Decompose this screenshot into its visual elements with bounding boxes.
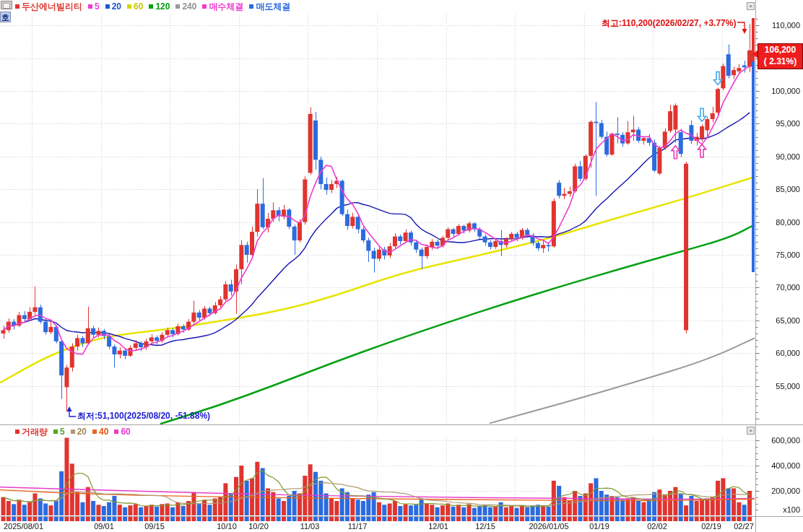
- price-pane-menu-button[interactable]: ×: [747, 2, 755, 10]
- swatch-icon: [105, 4, 110, 9]
- volume-title: 거래량: [22, 426, 48, 438]
- date-tick-label: 10/20: [248, 522, 269, 531]
- swatch-icon: [88, 4, 92, 9]
- volume-pane-menu-button[interactable]: ×: [747, 427, 755, 435]
- swatch-icon: [127, 4, 131, 9]
- period-low-annotation: 최저:51,100(2025/08/20, -51.88%): [77, 410, 210, 422]
- title-swatch-icon: [15, 4, 19, 9]
- date-tick-label: 09/15: [144, 522, 165, 531]
- volume-ma-legend-20[interactable]: 20: [71, 427, 87, 437]
- period-high-annotation: 최고:110,200(2026/02/27, +3.77%): [602, 17, 736, 30]
- hoga-button[interactable]: 호: [0, 12, 11, 22]
- price-ma-legend-20[interactable]: 20: [105, 1, 121, 13]
- price-ma-legend-매도체결[interactable]: 매도체결: [249, 1, 290, 13]
- volume-ma-legend-5[interactable]: 5: [53, 427, 65, 437]
- current-price-change: ( 2.31%): [758, 56, 802, 67]
- price-tick-label: 70,000: [758, 283, 800, 292]
- price-tick-label: 65,000: [758, 316, 800, 325]
- stock-chart-canvas[interactable]: [0, 0, 803, 532]
- date-tick-label: 2026/01/05: [529, 522, 568, 531]
- date-tick-label: 10/10: [217, 522, 237, 531]
- date-tick-label: 01/19: [589, 522, 609, 531]
- price-tick-label: 95,000: [758, 119, 800, 128]
- volume-ma-legend-40[interactable]: 40: [92, 427, 108, 437]
- price-tick-label: 110,000: [758, 21, 800, 30]
- swatch-icon: [202, 4, 207, 9]
- date-tick-label: 02/19: [701, 522, 721, 531]
- price-legend: 두산에너빌리티 52060120240매수체결매도체결: [15, 1, 290, 12]
- price-ma-legend-5[interactable]: 5: [88, 1, 100, 13]
- date-tick-label: 02/27: [734, 522, 754, 531]
- price-ma-legend-60[interactable]: 60: [127, 1, 143, 13]
- price-ma-legend-매수체결[interactable]: 매수체결: [202, 1, 243, 13]
- price-tick-label: 90,000: [758, 152, 800, 161]
- price-ma-legend-240[interactable]: 240: [175, 1, 196, 13]
- swatch-icon: [53, 429, 58, 434]
- swatch-icon: [249, 4, 253, 9]
- volume-unit-label: x100: [758, 505, 800, 514]
- price-tick-label: 85,000: [758, 185, 800, 193]
- price-tick-label: 55,000: [758, 382, 800, 391]
- current-price-value: 106,200: [758, 44, 802, 56]
- volume-tick-label: 600,000: [758, 436, 800, 445]
- stock-title-item: 두산에너빌리티: [15, 1, 82, 13]
- date-tick-label: 12/01: [428, 522, 448, 531]
- swatch-icon: [71, 429, 75, 434]
- volume-tick-label: 200,000: [758, 487, 800, 495]
- price-tick-label: 100,000: [758, 87, 800, 95]
- swatch-icon: [92, 429, 97, 434]
- date-tick-label: 12/15: [475, 522, 495, 531]
- volume-title-item: 거래량: [15, 426, 48, 438]
- volume-ma-legend-60[interactable]: 60: [114, 427, 130, 437]
- price-tick-label: 75,000: [758, 250, 800, 259]
- price-tick-label: 60,000: [758, 349, 800, 357]
- current-price-arrow-icon: [752, 51, 758, 58]
- current-price-box: 106,200 ( 2.31%): [758, 43, 803, 69]
- price-tick-label: 80,000: [758, 218, 800, 227]
- date-tick-label: 11/03: [300, 522, 320, 531]
- price-ma-legend-120[interactable]: 120: [149, 1, 170, 13]
- swatch-icon: [149, 4, 153, 9]
- swatch-icon: [114, 429, 118, 434]
- date-tick-label: 11/17: [348, 522, 368, 531]
- volume-swatch-icon: [15, 429, 19, 434]
- volume-legend: 거래량 5204060: [15, 427, 131, 437]
- date-tick-label: 09/01: [94, 522, 114, 531]
- stock-title: 두산에너빌리티: [22, 1, 82, 13]
- date-tick-label: 02/02: [647, 522, 667, 531]
- window-icon: [1, 1, 12, 9]
- volume-tick-label: 400,000: [758, 461, 800, 470]
- date-tick-label: 2025/08/01: [4, 522, 43, 531]
- swatch-icon: [175, 4, 180, 9]
